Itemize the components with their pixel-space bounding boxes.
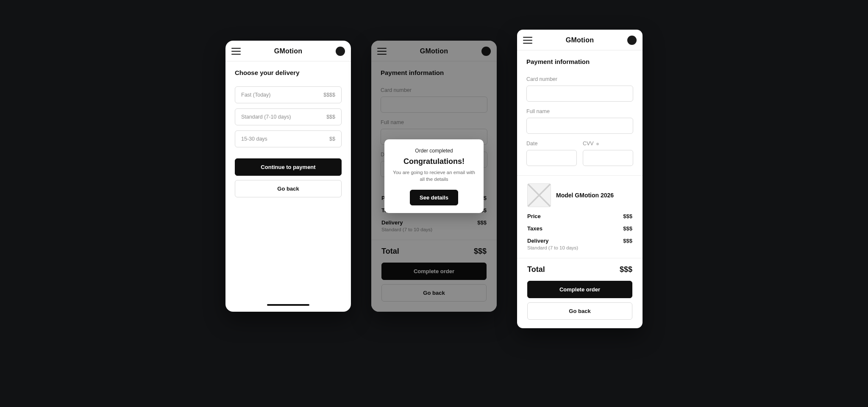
- app-header: GMotion: [517, 30, 643, 50]
- item-title: Model GMotion 2026: [556, 192, 614, 199]
- see-details-button[interactable]: See details: [410, 190, 458, 205]
- order-summary: Model GMotion 2026 Price$$$ Taxes$$$ Del…: [517, 176, 643, 250]
- option-label: Standard (7-10 days): [241, 114, 291, 120]
- label-card-number: Card number: [526, 76, 633, 82]
- delivery-value: $$$: [623, 238, 632, 244]
- option-price: $$: [329, 136, 335, 142]
- delivery-option[interactable]: Standard (7-10 days) $$$: [235, 108, 342, 125]
- item-thumbnail: [527, 183, 551, 207]
- payment-form: Card number Full name Date CVV: [517, 68, 643, 166]
- actions: Continue to payment Go back: [225, 147, 351, 197]
- cvv-input[interactable]: [583, 150, 633, 166]
- full-name-input[interactable]: [526, 118, 633, 134]
- modal-eyebrow: Order completed: [391, 148, 477, 154]
- avatar[interactable]: [336, 47, 345, 56]
- label-cvv: CVV: [583, 141, 633, 147]
- total-value: $$$: [620, 265, 632, 274]
- taxes-label: Taxes: [527, 225, 542, 232]
- delivery-options: Fast (Today) $$$$ Standard (7-10 days) $…: [225, 79, 351, 147]
- delivery-note: Standard (7 to 10 days): [527, 245, 632, 250]
- delivery-option[interactable]: Fast (Today) $$$$: [235, 86, 342, 103]
- go-back-button[interactable]: Go back: [235, 180, 342, 197]
- order-complete-modal: Order completed Congratulations! You are…: [384, 139, 484, 213]
- label-date: Date: [526, 141, 577, 147]
- delivery-label: Delivery: [527, 238, 549, 244]
- cart-item: Model GMotion 2026: [527, 183, 632, 207]
- page-title: Choose your delivery: [235, 69, 342, 76]
- modal-title: Congratulations!: [391, 157, 477, 166]
- option-label: 15-30 days: [241, 136, 267, 142]
- continue-button[interactable]: Continue to payment: [235, 158, 342, 176]
- section-title: Payment information: [517, 50, 643, 68]
- screen-payment: GMotion Payment information Card number …: [517, 30, 643, 328]
- modal-scrim[interactable]: Order completed Congratulations! You are…: [371, 41, 497, 312]
- taxes-value: $$$: [623, 225, 632, 232]
- option-price: $$$: [326, 114, 335, 120]
- total-label: Total: [527, 265, 545, 274]
- option-label: Fast (Today): [241, 92, 270, 98]
- option-price: $$$$: [323, 92, 335, 98]
- complete-order-button[interactable]: Complete order: [527, 281, 632, 298]
- brand-title: GMotion: [566, 36, 594, 44]
- section-title: Choose your delivery: [225, 61, 351, 79]
- brand-title: GMotion: [274, 47, 302, 55]
- screen-delivery: GMotion Choose your delivery Fast (Today…: [225, 41, 351, 312]
- home-indicator: [267, 304, 309, 306]
- menu-icon[interactable]: [231, 48, 241, 55]
- label-full-name: Full name: [526, 108, 633, 114]
- card-number-input[interactable]: [526, 86, 633, 102]
- menu-icon[interactable]: [523, 37, 532, 44]
- price-label: Price: [527, 213, 541, 219]
- total-row: Total $$$: [517, 258, 643, 278]
- delivery-option[interactable]: 15-30 days $$: [235, 130, 342, 147]
- avatar[interactable]: [627, 36, 637, 45]
- date-input[interactable]: [526, 150, 577, 166]
- page-title: Payment information: [526, 58, 633, 65]
- screen-payment-confirm: GMotion Payment information Card number …: [371, 41, 497, 312]
- price-value: $$$: [623, 213, 632, 219]
- cta: Complete order Go back: [517, 278, 643, 328]
- modal-body: You are going to recieve an email with a…: [391, 169, 477, 183]
- app-header: GMotion: [225, 41, 351, 61]
- go-back-button[interactable]: Go back: [527, 302, 632, 320]
